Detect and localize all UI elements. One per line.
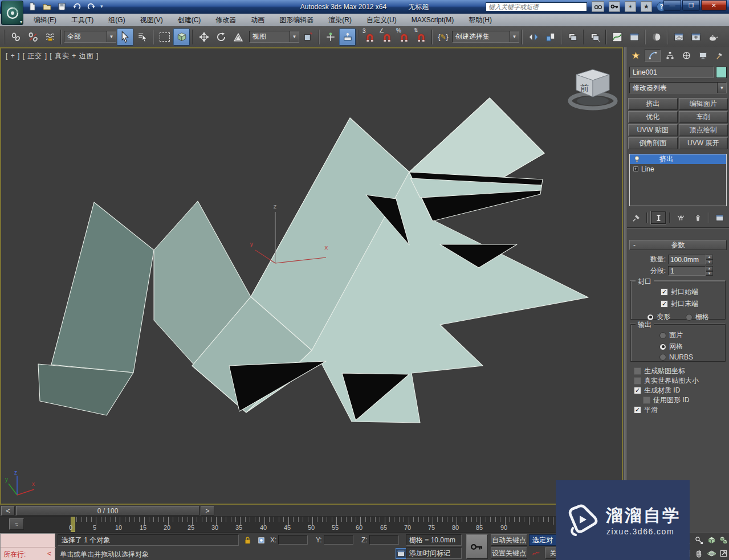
- gen-mapping-coords-checkbox[interactable]: ✓: [634, 367, 641, 375]
- schematic-view-button[interactable]: [626, 28, 642, 46]
- redo-icon[interactable]: [85, 1, 97, 11]
- modifier-button-optimize[interactable]: 优化: [628, 111, 678, 123]
- keyboard-shortcut-override-button[interactable]: [339, 28, 356, 46]
- configure-modifier-sets-button[interactable]: [712, 212, 726, 223]
- named-selection-sets-select[interactable]: 创建选择集 ▼: [452, 31, 519, 43]
- zoom-extents-button[interactable]: [706, 534, 717, 546]
- select-object-button[interactable]: [117, 28, 133, 46]
- modifier-button-vertex-paint[interactable]: 顶点绘制: [679, 124, 728, 136]
- pan-zoom-window-icon[interactable]: [396, 548, 406, 559]
- graphite-ribbon-toggle-button[interactable]: [587, 28, 603, 46]
- qat-dropdown-icon[interactable]: ▾: [100, 3, 103, 9]
- tab-create[interactable]: [628, 50, 644, 61]
- maximize-viewport-toggle-button[interactable]: [718, 547, 729, 559]
- visibility-bulb-icon[interactable]: [633, 155, 641, 163]
- menu-tools[interactable]: 工具(T): [64, 14, 101, 26]
- remove-modifier-button[interactable]: [691, 212, 704, 223]
- pin-stack-button[interactable]: [629, 212, 643, 223]
- segments-spinner[interactable]: ▲▼: [706, 266, 713, 276]
- new-scene-icon[interactable]: [26, 1, 38, 11]
- rendered-frame-window-button[interactable]: [687, 28, 704, 46]
- undo-icon[interactable]: [71, 1, 82, 11]
- show-end-result-button[interactable]: [651, 211, 666, 224]
- edit-named-selection-sets-button[interactable]: {✎}: [435, 28, 451, 46]
- menu-animation[interactable]: 动画: [243, 14, 272, 26]
- pan-view-button[interactable]: [693, 547, 704, 559]
- smooth-checkbox[interactable]: ✓: [634, 406, 641, 414]
- object-name-field[interactable]: Line001: [629, 67, 714, 78]
- z-coord-field[interactable]: [369, 535, 399, 545]
- track-bar[interactable]: ≈ 0 5 10 15 20 25 30 35 40 45 50 55 60 6…: [0, 517, 623, 533]
- select-and-scale-button[interactable]: [230, 28, 246, 46]
- menu-rendering[interactable]: 渲染(R): [321, 14, 359, 26]
- percent-snap-toggle-button[interactable]: %: [396, 28, 412, 46]
- menu-create[interactable]: 创建(C): [170, 14, 209, 26]
- viewport[interactable]: z y x [ + ] [ 正交 ] [ 真实 + 边面 ] 前: [0, 47, 623, 505]
- search-input[interactable]: [486, 2, 587, 11]
- menu-group[interactable]: 组(G): [101, 14, 132, 26]
- spinner-snap-toggle-button[interactable]: ⇅: [413, 28, 429, 46]
- window-crossing-toggle-button[interactable]: [173, 28, 190, 46]
- modifier-button-lathe[interactable]: 车削: [679, 111, 728, 123]
- open-file-icon[interactable]: [41, 1, 52, 11]
- menu-customize[interactable]: 自定义(U): [359, 14, 404, 26]
- modifier-list-select[interactable]: 修改器列表 ▼: [629, 82, 727, 93]
- viewport-label[interactable]: [ + ] [ 正交 ] [ 真实 + 边面 ]: [6, 51, 99, 61]
- select-and-link-button[interactable]: [7, 28, 24, 46]
- modifier-button-edit-patch[interactable]: 编辑面片: [679, 98, 728, 110]
- set-key-button[interactable]: 设置关键点: [491, 547, 527, 559]
- expand-plus-icon[interactable]: [633, 166, 639, 172]
- modifier-button-extrude[interactable]: 挤出: [628, 98, 678, 110]
- listener-chevron[interactable]: <: [47, 550, 51, 558]
- communication-icon[interactable]: ✶: [625, 1, 636, 12]
- select-and-manipulate-button[interactable]: [322, 28, 339, 46]
- tab-motion[interactable]: [679, 50, 694, 61]
- align-button[interactable]: [542, 28, 559, 46]
- x-coord-field[interactable]: [278, 535, 308, 545]
- max-logo[interactable]: ▾: [1, 1, 23, 25]
- segments-field[interactable]: [668, 266, 706, 276]
- time-slider-handle[interactable]: 0 / 100: [16, 506, 199, 516]
- menu-graph-editors[interactable]: 图形编辑器: [272, 14, 321, 26]
- reference-coordinate-system-select[interactable]: 视图 ▼: [249, 31, 299, 43]
- rectangular-selection-region-button[interactable]: [156, 28, 173, 46]
- mirror-button[interactable]: [525, 28, 541, 46]
- menu-maxscript[interactable]: MAXScript(M): [404, 14, 462, 26]
- select-and-move-button[interactable]: [196, 28, 212, 46]
- next-frame-button[interactable]: >: [201, 506, 214, 516]
- curve-editor-button[interactable]: [609, 28, 625, 46]
- material-editor-button[interactable]: [648, 28, 665, 46]
- modifier-button-bevel-profile[interactable]: 倒角剖面: [628, 137, 678, 149]
- parameters-rollout-header[interactable]: - 参数: [629, 240, 727, 250]
- object-color-swatch[interactable]: [716, 67, 727, 78]
- snap-toggle-3d-button[interactable]: 3: [361, 28, 378, 46]
- real-world-map-checkbox[interactable]: ✓: [634, 377, 641, 385]
- auto-key-button[interactable]: 自动关键点: [491, 534, 527, 546]
- scene-3d-object[interactable]: z y x: [1, 48, 622, 504]
- amount-field[interactable]: [668, 255, 706, 264]
- previous-frame-button[interactable]: <: [1, 506, 15, 516]
- save-file-icon[interactable]: [56, 1, 67, 11]
- menu-help[interactable]: 帮助(H): [461, 14, 499, 26]
- cap-start-checkbox[interactable]: ✓: [661, 288, 668, 296]
- morph-radio[interactable]: [647, 314, 654, 321]
- set-keys-button[interactable]: [466, 534, 488, 559]
- mini-curve-editor-button[interactable]: ≈: [9, 518, 24, 530]
- orbit-button[interactable]: [706, 547, 717, 559]
- viewcube[interactable]: 前: [559, 67, 628, 115]
- y-coord-field[interactable]: [324, 535, 353, 545]
- tab-hierarchy[interactable]: [662, 50, 678, 61]
- cap-end-checkbox[interactable]: ✓: [661, 300, 668, 308]
- default-in-out-tangent-button[interactable]: [529, 547, 543, 559]
- unlink-selection-button[interactable]: [25, 28, 41, 46]
- tab-utilities[interactable]: [712, 50, 727, 61]
- amount-spinner[interactable]: ▲▼: [706, 255, 713, 264]
- stack-item-extrude[interactable]: 挤出: [630, 154, 726, 164]
- close-button[interactable]: ✕: [701, 0, 727, 11]
- nurbs-radio[interactable]: [659, 354, 666, 361]
- use-shape-id-checkbox[interactable]: ✓: [643, 397, 650, 404]
- command-panel-scrollbar[interactable]: [623, 47, 627, 533]
- tab-display[interactable]: [695, 50, 711, 61]
- tab-modify[interactable]: [645, 49, 661, 62]
- menu-views[interactable]: 视图(V): [133, 14, 170, 26]
